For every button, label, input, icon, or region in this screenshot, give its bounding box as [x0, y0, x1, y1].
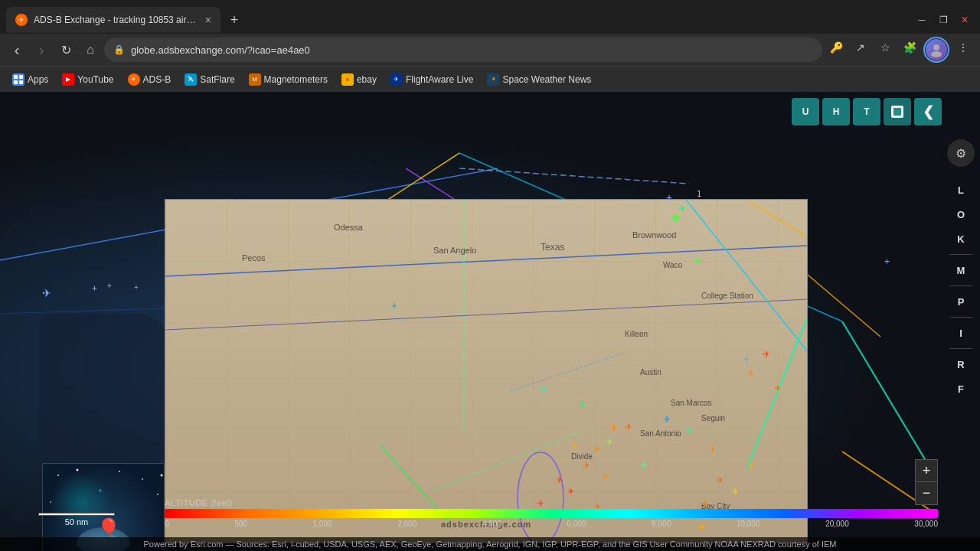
minimize-button[interactable]: ─ — [913, 11, 931, 29]
bookmark-youtube-label: YouTube — [77, 74, 113, 85]
sidebar-letter-m[interactable]: M — [950, 259, 972, 281]
svg-point-28 — [77, 469, 79, 471]
aircraft-map-8: ✈ — [567, 487, 574, 497]
bookmark-ebay[interactable]: e ebay — [335, 72, 383, 87]
alt-label-0: 0 — [165, 520, 169, 528]
settings-button[interactable]: ⚙ — [947, 139, 975, 167]
new-tab-button[interactable]: + — [224, 9, 245, 31]
alt-label-500: 500 — [234, 520, 247, 528]
main-content[interactable]: ✈ + + + + 1 ✕ + ✦ — [0, 92, 980, 551]
aircraft-globe-4: + — [134, 283, 139, 292]
sidebar-letter-r[interactable]: R — [950, 354, 972, 375]
aircraft-map-highlight: ✈ — [671, 211, 681, 226]
bookmark-apps[interactable]: Apps — [6, 72, 54, 87]
url-text: globe.adsbexchange.com/?icao=ae4ae0 — [131, 44, 813, 56]
close-button[interactable]: ✕ — [956, 11, 974, 29]
aircraft-map-11: ✈ — [663, 414, 671, 425]
aircraft-globe-3: + — [107, 282, 112, 290]
adsb-icon: ✈ — [128, 73, 140, 86]
extensions-button[interactable]: 🧩 — [899, 37, 920, 58]
refresh-button[interactable]: ↻ — [55, 39, 77, 60]
altitude-title: ALTITUDE (feet) — [165, 498, 938, 507]
share-button[interactable]: ↗ — [850, 37, 871, 58]
svg-line-9 — [842, 321, 934, 474]
bookmark-satflare-label: SatFlare — [200, 74, 234, 85]
sidebar-letter-f[interactable]: F — [950, 378, 972, 399]
aircraft-globe-6: 1 — [697, 190, 701, 198]
back-button[interactable]: ‹ — [6, 39, 28, 60]
bookmark-button[interactable]: ☆ — [874, 37, 896, 58]
aircraft-map-19: ✈ — [640, 460, 648, 471]
svg-line-13 — [459, 168, 689, 184]
bookmarks-bar: Apps ▶ YouTube ✈ ADS-B 🛰 SatFlare M Magn… — [0, 66, 980, 92]
zoom-in-button[interactable]: + — [915, 459, 938, 482]
svg-point-34 — [161, 474, 163, 477]
aircraft-globe-8: + — [884, 256, 890, 267]
map-label-austin: Austin — [640, 368, 662, 377]
browser-chrome: ✈ ADS-B Exchange - tracking 10853 aircra… — [0, 0, 980, 92]
password-manager-button[interactable]: 🔑 — [825, 37, 847, 58]
zoom-out-button[interactable]: − — [915, 482, 938, 505]
bookmark-adsb[interactable]: ✈ ADS-B — [122, 72, 178, 87]
altitude-gradient-bar — [165, 509, 938, 518]
svg-point-1 — [931, 51, 942, 57]
bookmark-satflare[interactable]: 🛰 SatFlare — [178, 72, 240, 87]
h-button[interactable]: H — [822, 98, 850, 126]
bookmark-adsb-label: ADS-B — [143, 74, 172, 85]
bookmark-spaceweather[interactable]: ☀ Space Weather News — [481, 72, 597, 87]
lock-icon: 🔒 — [113, 44, 125, 55]
active-tab[interactable]: ✈ ADS-B Exchange - tracking 10853 aircra… — [6, 7, 220, 33]
window-controls: ─ ❐ ✕ — [913, 11, 974, 29]
bookmark-magnetometers-label: Magnetometers — [264, 74, 328, 85]
aircraft-map-12: ✈ — [686, 425, 693, 435]
map-label-odessa: Odessa — [334, 223, 363, 232]
svg-point-30 — [119, 471, 120, 472]
aircraft-map-6: ✈ — [556, 475, 563, 485]
nav-actions: 🔑 ↗ ☆ 🧩 ⋮ — [825, 37, 974, 63]
map-label-college-station: College Station — [701, 292, 753, 300]
tab-title: ADS-B Exchange - tracking 10853 aircraft — [34, 15, 199, 25]
altitude-labels: 0 500 1,000 2,000 4,000 6,000 8,000 10,0… — [165, 520, 938, 528]
u-button[interactable]: U — [792, 98, 819, 126]
sidebar-letter-k[interactable]: K — [950, 228, 972, 249]
aircraft-map-5: ✈ — [583, 460, 590, 471]
bookmark-magnetometers[interactable]: M Magnetometers — [243, 72, 334, 87]
attribution-bar: Powered by Esri.com — Sources: Esri, i-c… — [0, 537, 980, 551]
magnetometers-icon: M — [249, 73, 261, 86]
home-button[interactable]: ⌂ — [80, 39, 101, 60]
sidebar-letter-p[interactable]: P — [950, 291, 972, 312]
layers-button[interactable] — [884, 98, 911, 126]
map-overlay[interactable]: Pecos Odessa San Angelo Texas Brownwood … — [165, 199, 808, 543]
sidebar-divider-3 — [949, 317, 972, 318]
address-bar[interactable]: 🔒 globe.adsbexchange.com/?icao=ae4ae0 — [104, 37, 822, 62]
bookmark-youtube[interactable]: ▶ YouTube — [56, 72, 119, 87]
svg-point-0 — [933, 44, 939, 51]
svg-rect-5 — [19, 80, 23, 84]
aircraft-map-16: ✈ — [732, 487, 739, 497]
tab-close-button[interactable]: × — [205, 14, 211, 26]
t-button[interactable]: T — [853, 98, 880, 126]
svg-point-29 — [142, 478, 143, 480]
collapse-panel-button[interactable]: ❮ — [914, 98, 942, 126]
tab-bar: ✈ ADS-B Exchange - tracking 10853 aircra… — [0, 0, 980, 34]
menu-button[interactable]: ⋮ — [952, 37, 974, 58]
flightaware-icon: ✈ — [390, 73, 403, 86]
sidebar-letter-o[interactable]: O — [950, 204, 972, 225]
sidebar-letter-l[interactable]: L — [950, 179, 972, 201]
attribution-text: Powered by Esri.com — Sources: Esri, i-c… — [144, 540, 837, 549]
profile-icon[interactable] — [923, 37, 949, 63]
maximize-button[interactable]: ❐ — [934, 11, 952, 29]
nav-bar: ‹ › ↻ ⌂ 🔒 globe.adsbexchange.com/?icao=a… — [0, 34, 980, 66]
forward-button[interactable]: › — [31, 39, 52, 60]
aircraft-map-r1: ✈ — [747, 368, 755, 379]
sidebar-letter-i[interactable]: I — [950, 322, 972, 344]
scale-text: 50 nm — [38, 517, 115, 527]
scale-bar: 50 nm — [38, 513, 115, 527]
aircraft-map-13: ✈ — [709, 445, 717, 455]
aircraft-map-r2: ✈ — [774, 383, 781, 393]
bookmark-flightaware-label: FlightAware Live — [406, 74, 474, 85]
bookmark-flightaware[interactable]: ✈ FlightAware Live — [384, 72, 480, 87]
sidebar-divider-2 — [949, 285, 972, 286]
map-label-brownwood: Brownwood — [632, 230, 676, 240]
alt-label-8000: 8,000 — [652, 520, 671, 528]
